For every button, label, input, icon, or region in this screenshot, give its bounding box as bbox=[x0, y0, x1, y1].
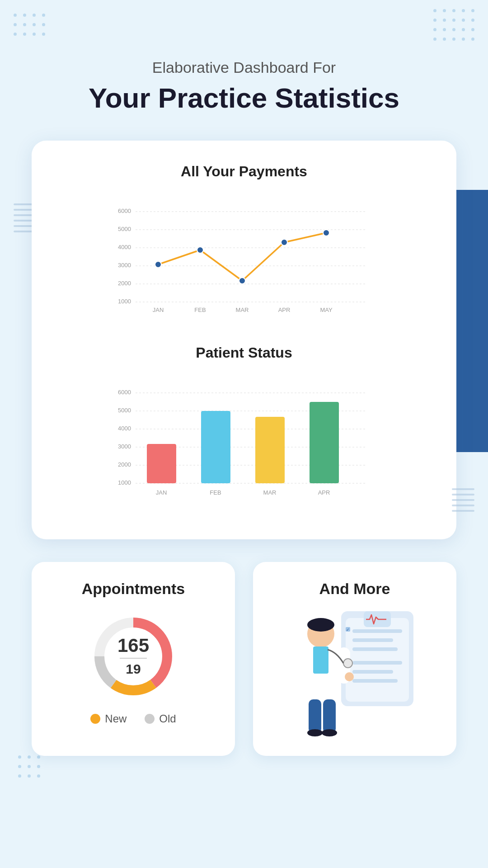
legend-new-dot bbox=[90, 714, 100, 724]
svg-rect-53 bbox=[352, 679, 398, 683]
svg-text:1000: 1000 bbox=[118, 479, 131, 486]
svg-text:JAN: JAN bbox=[156, 489, 167, 496]
svg-rect-50 bbox=[352, 647, 398, 651]
svg-rect-51 bbox=[352, 661, 402, 665]
svg-text:1000: 1000 bbox=[118, 298, 131, 305]
svg-rect-37 bbox=[310, 402, 339, 483]
appointments-title: Appointments bbox=[45, 580, 221, 598]
donut-total: 165 bbox=[117, 636, 149, 655]
svg-point-20 bbox=[281, 239, 287, 245]
patient-status-bar-chart: 6000 5000 4000 3000 2000 1000 JAN FEB bbox=[54, 379, 434, 510]
patient-status-chart-container: Patient Status 6000 5000 4000 3000 2000 … bbox=[54, 344, 434, 512]
svg-point-71 bbox=[322, 729, 337, 736]
svg-rect-34 bbox=[147, 444, 176, 483]
svg-text:2000: 2000 bbox=[118, 461, 131, 468]
svg-text:APR: APR bbox=[278, 307, 291, 313]
svg-text:MAR: MAR bbox=[263, 489, 277, 496]
svg-rect-68 bbox=[309, 699, 321, 733]
svg-text:5000: 5000 bbox=[118, 226, 131, 232]
legend-old: Old bbox=[145, 712, 176, 725]
donut-chart-wrapper: 165 19 bbox=[45, 611, 221, 702]
donut-legend: New Old bbox=[45, 712, 221, 725]
patient-status-chart-title: Patient Status bbox=[54, 344, 434, 361]
svg-point-17 bbox=[155, 261, 161, 268]
legend-new: New bbox=[90, 712, 127, 725]
svg-text:MAY: MAY bbox=[320, 307, 333, 313]
donut-center-text: 165 19 bbox=[117, 636, 149, 677]
svg-text:4000: 4000 bbox=[118, 425, 131, 432]
header-title: Your Practice Statistics bbox=[0, 83, 488, 113]
donut-divider bbox=[120, 658, 147, 659]
svg-point-18 bbox=[197, 247, 203, 253]
main-card: All Your Payments 6000 5000 4000 3000 20… bbox=[32, 141, 456, 539]
header-section: Elaborative Dashboard For Your Practice … bbox=[0, 0, 488, 141]
svg-text:3000: 3000 bbox=[118, 443, 131, 450]
decorative-dots-bottomleft bbox=[18, 755, 40, 778]
svg-point-72 bbox=[345, 672, 354, 681]
payments-chart-title: All Your Payments bbox=[54, 163, 434, 180]
svg-rect-52 bbox=[352, 670, 393, 674]
svg-rect-69 bbox=[323, 699, 336, 733]
appointments-card: Appointments 165 19 New bbox=[32, 562, 235, 756]
doctor-svg: ✓ ✓ ✓ bbox=[282, 602, 427, 738]
svg-text:2000: 2000 bbox=[118, 280, 131, 287]
bottom-cards-row: Appointments 165 19 New bbox=[32, 562, 456, 756]
donut-sub: 19 bbox=[117, 661, 149, 677]
svg-text:4000: 4000 bbox=[118, 244, 131, 250]
decorative-dots-topleft bbox=[14, 14, 45, 36]
svg-text:✓: ✓ bbox=[346, 627, 350, 632]
svg-point-21 bbox=[323, 230, 329, 236]
svg-text:FEB: FEB bbox=[194, 307, 206, 313]
header-subtitle: Elaborative Dashboard For bbox=[0, 59, 488, 76]
svg-point-67 bbox=[343, 659, 352, 668]
svg-rect-65 bbox=[291, 647, 304, 684]
svg-text:MAR: MAR bbox=[236, 307, 249, 313]
svg-text:JAN: JAN bbox=[153, 307, 164, 313]
payments-line-chart: 6000 5000 4000 3000 2000 1000 JAN FEB MA… bbox=[54, 198, 434, 316]
svg-rect-35 bbox=[201, 411, 230, 483]
svg-text:APR: APR bbox=[318, 489, 330, 496]
payments-chart-container: All Your Payments 6000 5000 4000 3000 20… bbox=[54, 163, 434, 317]
legend-old-dot bbox=[145, 714, 155, 724]
and-more-title: And More bbox=[267, 580, 443, 598]
svg-text:6000: 6000 bbox=[118, 389, 131, 396]
svg-text:FEB: FEB bbox=[210, 489, 221, 496]
doctor-illustration: ✓ ✓ ✓ bbox=[267, 611, 443, 738]
svg-text:5000: 5000 bbox=[118, 407, 131, 414]
and-more-card: And More ✓ ✓ ✓ bbox=[253, 562, 456, 756]
svg-rect-36 bbox=[255, 417, 285, 483]
svg-text:3000: 3000 bbox=[118, 262, 131, 269]
svg-rect-48 bbox=[352, 629, 402, 633]
decorative-lines-right bbox=[452, 488, 474, 515]
svg-point-62 bbox=[307, 618, 334, 632]
svg-rect-49 bbox=[352, 638, 393, 642]
legend-new-label: New bbox=[105, 712, 127, 725]
svg-point-70 bbox=[307, 729, 323, 736]
svg-rect-64 bbox=[313, 646, 328, 674]
decorative-dots-topright bbox=[433, 9, 474, 41]
svg-point-19 bbox=[239, 278, 245, 284]
legend-old-label: Old bbox=[159, 712, 176, 725]
svg-text:6000: 6000 bbox=[118, 208, 131, 214]
